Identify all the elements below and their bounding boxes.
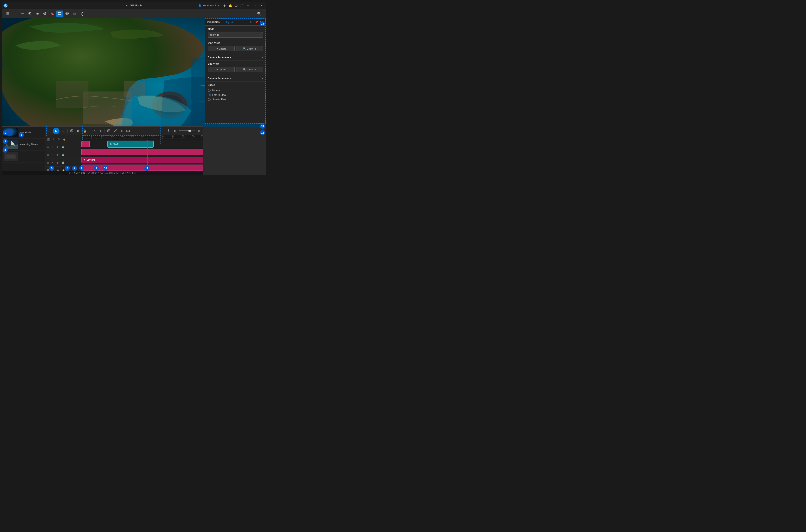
toolbar-layers-btn[interactable]: ☰ — [4, 11, 11, 17]
camera-params-end-header[interactable]: Camera Parameters — [205, 75, 265, 81]
speed-fast-to-slow-option[interactable]: Fast to Slow — [208, 93, 263, 97]
panel-pin-btn[interactable]: 📌 — [254, 20, 258, 24]
track-add-daylight-btn[interactable]: + — [50, 153, 55, 157]
track-pink2-row[interactable] — [81, 164, 203, 172]
minimize-button[interactable]: ─ — [245, 3, 251, 8]
toolbar-share-btn[interactable] — [64, 11, 71, 17]
end-zoom-to-btn[interactable]: 🔍 Zoom To — [236, 67, 263, 72]
toolbar-edit-btn[interactable] — [26, 11, 33, 17]
end-view-section: End View ⟳ Update 🔍 Zoom To — [205, 61, 265, 75]
layer-item-default[interactable] — [2, 151, 45, 163]
tl-snap-btn[interactable] — [106, 128, 112, 134]
timeline-ruler: 41s 42s 43s 44s 45s 46s 47 — [81, 135, 203, 140]
timeline-zoom-slider[interactable] — [179, 131, 195, 131]
tl-camera-btn[interactable] — [166, 128, 171, 134]
toolbar-grid-btn[interactable]: ⊞ — [71, 11, 78, 17]
expand-icon-btn[interactable]: ⛶ — [239, 3, 244, 8]
toolbar-bookmark-btn[interactable]: 🔖 — [49, 11, 56, 17]
track-lock-daylight-btn[interactable]: 🔒 — [61, 153, 65, 157]
layer-item-interesting-places[interactable]: Interesting Places — [2, 138, 45, 151]
info-icon-btn[interactable]: ⓘ — [233, 3, 239, 8]
badge-11: 11 — [144, 166, 149, 171]
tl-redo-btn[interactable]: ↪ — [97, 128, 103, 134]
app-icon — [3, 3, 8, 8]
toolbar-add-btn[interactable]: + — [12, 11, 18, 17]
track-lock-video-btn[interactable]: 🔒 — [62, 137, 67, 141]
clip-pink2[interactable] — [81, 165, 203, 171]
tl-insert-btn[interactable] — [125, 128, 131, 134]
speed-slow-to-fast-option[interactable]: Slow to Fast — [208, 97, 263, 102]
maximize-button[interactable]: □ — [252, 3, 258, 8]
svg-rect-32 — [6, 155, 15, 158]
track-delete-layer3-btn[interactable]: 🗑 — [55, 160, 60, 165]
toolbar-movie-btn[interactable] — [56, 11, 63, 17]
clip-pink1[interactable] — [81, 149, 203, 155]
badge-10: 10 — [103, 166, 108, 171]
clip-daylight[interactable]: ☀ Daylight — [81, 157, 203, 163]
svg-text:43s: 43s — [111, 135, 114, 137]
camera-params-start-header[interactable]: Camera Parameters — [205, 54, 265, 61]
tl-speed-btn[interactable] — [132, 128, 137, 134]
mode-select[interactable]: Zoom-To Fly-To Pan-To — [208, 32, 263, 38]
tl-rewind-btn[interactable]: ⏮ — [46, 128, 52, 134]
tl-forward-btn[interactable]: ⏭ — [60, 128, 66, 134]
speed-normal-label: Normal — [212, 89, 220, 92]
video-track-row[interactable]: ⚙ Fly-To — [81, 140, 203, 148]
svg-rect-41 — [135, 130, 136, 132]
fly-to-clip[interactable]: ⚙ Fly-To — [108, 141, 153, 147]
layer-label-interesting-places: Interesting Places — [20, 143, 38, 146]
toolbar-search-btn[interactable]: 🔍 — [256, 11, 262, 17]
mode-section: Mode Zoom-To Fly-To Pan-To — [205, 25, 265, 40]
track-delete-video-btn[interactable]: 🗑 — [57, 137, 61, 141]
zoom-slider-fill — [179, 131, 190, 131]
track-delete-daylight-btn[interactable]: 🗑 — [55, 153, 60, 157]
start-zoom-to-btn[interactable]: 🔍 Zoom To — [236, 46, 263, 51]
toolbar-collapse-btn[interactable]: ❮ — [79, 11, 85, 17]
tl-export-btn[interactable] — [69, 128, 75, 134]
layer-item-new-movie[interactable]: New Movie — [2, 127, 45, 138]
track-lock-layer1-btn[interactable]: 🔒 — [61, 145, 65, 149]
tl-delete-btn[interactable]: 🗑 — [75, 128, 81, 134]
toolbar-measure-btn[interactable]: ⊕ — [34, 11, 41, 17]
zoom-thumb[interactable] — [188, 130, 191, 132]
panel-refresh-btn[interactable]: ↻ — [249, 20, 254, 24]
track-add-video-btn[interactable]: + — [51, 137, 56, 141]
user-area[interactable]: 👤 Not signed in ▾ — [198, 4, 220, 7]
svg-text:41s: 41s — [91, 135, 94, 137]
svg-rect-7 — [60, 13, 61, 13]
track-delete-layer1-btn[interactable]: 🗑 — [55, 145, 60, 149]
tl-undo-btn[interactable]: ↩ — [91, 128, 96, 134]
video-clip-small-1[interactable] — [81, 141, 90, 147]
measure-icon: ⊕ — [36, 12, 39, 16]
add-icon: + — [14, 12, 16, 16]
track-add-layer3-btn[interactable]: + — [50, 160, 55, 165]
speed-normal-option[interactable]: Normal — [208, 88, 263, 93]
toolbar-sketch-btn[interactable] — [41, 11, 48, 17]
start-view-section: Start View ⟳ Update 🔍 Zoom To — [205, 40, 265, 54]
notification-icon-btn[interactable]: 🔔 — [228, 3, 233, 8]
track-add-layer1-btn[interactable]: + — [50, 145, 55, 149]
toolbar-draw-btn[interactable]: ✏ — [19, 11, 26, 17]
tl-split-btn[interactable] — [119, 128, 125, 134]
track-pink1-row[interactable] — [81, 148, 203, 156]
start-update-btn[interactable]: ⟳ Update — [208, 46, 235, 51]
tl-trim-btn[interactable] — [112, 128, 118, 134]
track-lock-layer3-btn[interactable]: 🔒 — [61, 160, 65, 165]
daylight-clip-label: Daylight — [87, 158, 95, 161]
fly-to-label: Fly-To — [226, 21, 233, 23]
tl-lock-btn[interactable]: 🔒 — [82, 128, 88, 134]
coords-text: 21°14'51.732"N 157°48'56.128"W elev 0.00… — [69, 172, 136, 174]
end-update-icon: ⟳ — [216, 68, 218, 71]
layers-icon: ☰ — [6, 12, 9, 16]
svg-text:52s: 52s — [201, 135, 203, 137]
tl-play-btn[interactable]: ▶ — [53, 128, 59, 134]
badge-3: 3 — [3, 139, 8, 144]
tl-zoom-out-btn[interactable]: ⊖ — [172, 128, 178, 134]
tl-zoom-in-btn[interactable]: ⊕ — [196, 128, 202, 134]
tl-separator-3 — [104, 129, 105, 133]
badge-7: 7 — [72, 166, 77, 171]
close-button[interactable]: ✕ — [258, 3, 264, 8]
end-update-btn[interactable]: ⟳ Update — [208, 67, 235, 72]
settings-icon-btn[interactable]: ⚙ — [222, 3, 227, 8]
track-daylight-row[interactable]: ☀ Daylight — [81, 156, 203, 164]
